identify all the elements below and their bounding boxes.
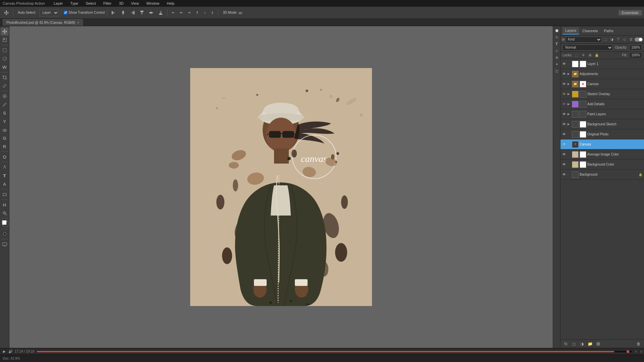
eraser-tool[interactable] bbox=[1, 126, 9, 134]
layer-visibility-background-color[interactable]: 👁 bbox=[562, 162, 567, 167]
dist-bottom-btn[interactable]: ⇓ bbox=[209, 8, 216, 17]
artboard-tool[interactable] bbox=[1, 36, 9, 44]
rectangle-tool[interactable] bbox=[1, 190, 9, 198]
hand-tool[interactable]: H bbox=[1, 201, 9, 209]
blur-tool[interactable]: R bbox=[1, 142, 9, 150]
menu-3d[interactable]: 3D bbox=[117, 1, 125, 6]
magic-wand-tool[interactable]: W bbox=[1, 63, 9, 71]
align-center-h-btn[interactable] bbox=[119, 8, 127, 17]
filter-pixel-icon[interactable]: ⬚ bbox=[603, 37, 608, 42]
filter-type-icon[interactable]: T bbox=[615, 37, 621, 42]
zoom-tool[interactable] bbox=[1, 209, 9, 217]
layer-item-layer1[interactable]: 👁 Layer 1 bbox=[560, 59, 644, 69]
layer-visibility-background[interactable]: 👁 bbox=[562, 172, 567, 177]
lasso-tool[interactable] bbox=[1, 55, 9, 63]
new-layer-btn[interactable]: ⊕ bbox=[595, 341, 601, 347]
align-right-btn[interactable] bbox=[128, 8, 137, 17]
timeline-settings[interactable]: ⚙ bbox=[635, 350, 637, 353]
tool-extra1-btn[interactable]: ⊕ bbox=[554, 54, 560, 60]
layer-arrow-sketch-overlay[interactable]: ▶ bbox=[568, 93, 571, 96]
show-transform-checkbox[interactable] bbox=[64, 11, 67, 14]
menu-type[interactable]: Type bbox=[69, 1, 80, 6]
lock-all-icon[interactable]: 🔒 bbox=[594, 53, 599, 58]
layer-arrow-paint-layers[interactable]: ▶ bbox=[568, 113, 571, 116]
tab-paths[interactable]: Paths bbox=[601, 27, 616, 35]
align-left-btn[interactable] bbox=[110, 8, 118, 17]
fill-input[interactable] bbox=[629, 52, 642, 58]
layer-visibility-background-sketch[interactable]: 👁 bbox=[562, 122, 567, 127]
dist-left-btn[interactable]: ⇐ bbox=[170, 8, 176, 17]
layer-item-background-color[interactable]: 👁 Background Color bbox=[560, 160, 644, 170]
opacity-input[interactable] bbox=[629, 45, 642, 51]
stamp-tool[interactable]: S bbox=[1, 109, 9, 117]
dist-center-v-btn[interactable]: ↕ bbox=[202, 8, 208, 17]
layer-arrow-adjustments[interactable]: ▶ bbox=[568, 72, 571, 75]
menu-select[interactable]: Select bbox=[84, 1, 97, 6]
layer-item-background[interactable]: 👁 Background 🔒 bbox=[560, 170, 644, 180]
tab-channels[interactable]: Channels bbox=[580, 27, 600, 35]
canvas-area[interactable]: canvas bbox=[9, 26, 553, 348]
layer-item-adjustments[interactable]: 👁 ▶ 📁 Adjustments bbox=[560, 69, 644, 79]
align-bottom-btn[interactable] bbox=[157, 8, 165, 17]
lock-move-icon[interactable]: ✛ bbox=[581, 53, 586, 58]
add-layer-style-btn[interactable]: fx bbox=[562, 341, 569, 347]
menu-help[interactable]: Help bbox=[165, 1, 176, 6]
layer-item-original-photo[interactable]: 👁 Original Photo bbox=[560, 129, 644, 139]
layer-arrow-background-sketch[interactable]: ▶ bbox=[568, 123, 571, 126]
layer-item-canvas-group[interactable]: 👁 ▶ 📁 Canvas bbox=[560, 79, 644, 89]
layer-visibility-adjustments[interactable]: 👁 bbox=[562, 72, 567, 76]
new-group-btn[interactable]: 📁 bbox=[587, 341, 593, 347]
foreground-bg-colors[interactable] bbox=[1, 220, 9, 228]
add-mask-btn[interactable]: ◻ bbox=[571, 341, 577, 347]
tool-extra3-btn[interactable]: ◫ bbox=[554, 68, 560, 74]
tool-type-btn[interactable]: T bbox=[554, 41, 560, 47]
history-brush-tool[interactable]: Y bbox=[1, 117, 9, 125]
new-fill-adj-btn[interactable]: ◑ bbox=[579, 341, 585, 347]
type-tool[interactable]: T bbox=[1, 172, 9, 180]
tool-info-btn[interactable]: 🔲 bbox=[554, 27, 560, 34]
dist-top-btn[interactable]: ⇑ bbox=[194, 8, 201, 17]
document-tab[interactable]: PhotoBrushed.psd @ 42.9% (Canvas, RGB/8)… bbox=[3, 19, 83, 26]
move-tool[interactable] bbox=[1, 27, 9, 36]
menu-layer[interactable]: Layer bbox=[52, 1, 64, 6]
layer-item-add-details[interactable]: 👁 ▶ Add Details bbox=[560, 99, 644, 109]
layer-item-canvas-text[interactable]: 👁 T Canvas bbox=[560, 139, 644, 149]
show-transform-control-label[interactable]: Show Transform Control bbox=[64, 11, 105, 14]
filter-shape-icon[interactable]: ◇ bbox=[622, 37, 627, 42]
tool-rotate-btn[interactable]: ↻ bbox=[554, 34, 560, 40]
healing-tool[interactable] bbox=[1, 92, 9, 100]
essentials-btn[interactable]: Essentials bbox=[619, 10, 642, 15]
blend-mode-select[interactable]: Normal Multiply Screen Overlay bbox=[562, 45, 613, 51]
layer-visibility-layer1[interactable]: 👁 bbox=[562, 62, 567, 66]
eyedropper-tool[interactable] bbox=[1, 82, 9, 90]
layer-item-background-sketch[interactable]: 👁 ▶ Background Sketch bbox=[560, 119, 644, 129]
layer-visibility-paint-layers[interactable]: 👁 bbox=[562, 112, 567, 117]
layer-item-avg-image-color[interactable]: 👁 Average Image Color bbox=[560, 149, 644, 160]
tab-layers[interactable]: Layers bbox=[562, 27, 579, 35]
menu-filter[interactable]: Filter bbox=[102, 1, 113, 6]
screen-mode-btn[interactable] bbox=[1, 240, 9, 248]
align-center-v-btn[interactable] bbox=[147, 8, 155, 17]
layer-arrow-add-details[interactable]: ▶ bbox=[568, 103, 571, 106]
timeline-play-btn[interactable]: ▶ bbox=[1, 349, 7, 355]
filter-smartobj-icon[interactable]: ☰ bbox=[628, 37, 634, 42]
layer-visibility-original-photo[interactable]: 👁 bbox=[562, 132, 567, 137]
timeline-audio-btn[interactable]: 🔊 bbox=[7, 349, 13, 355]
timeline-progress[interactable] bbox=[37, 351, 632, 352]
menu-view[interactable]: View bbox=[129, 1, 140, 6]
quick-mask-btn[interactable] bbox=[1, 230, 9, 238]
tool-extra2-btn[interactable]: ✦ bbox=[554, 61, 560, 67]
filter-select[interactable]: Kind Name Effect Mode bbox=[566, 37, 602, 43]
layer-item-sketch-overlay[interactable]: 👁 ▶ Sketch Overlay bbox=[560, 89, 644, 99]
align-top-btn[interactable] bbox=[138, 8, 146, 17]
move-tool-btn[interactable] bbox=[2, 8, 11, 17]
dodge-tool[interactable]: O bbox=[1, 153, 9, 161]
menu-window[interactable]: Window bbox=[145, 1, 161, 6]
dist-center-h-btn[interactable]: ⇔ bbox=[178, 8, 184, 17]
lock-artboard-icon[interactable]: ⊞ bbox=[588, 53, 592, 58]
auto-select-dropdown[interactable]: Layer Group bbox=[39, 9, 59, 16]
gradient-tool[interactable]: G bbox=[1, 134, 9, 142]
layer-visibility-canvas-text[interactable]: 👁 bbox=[562, 142, 567, 147]
tab-close-btn[interactable]: × bbox=[77, 21, 79, 24]
path-selection-tool[interactable]: A bbox=[1, 180, 9, 188]
